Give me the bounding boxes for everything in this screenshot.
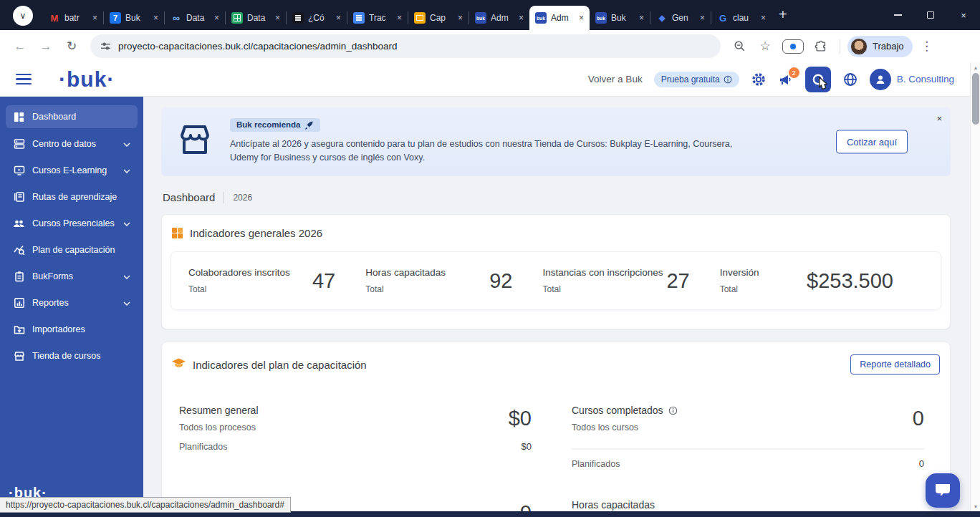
profile-chip[interactable]: Trabajo (847, 36, 913, 57)
trial-badge[interactable]: Prueba gratuita (654, 72, 739, 87)
language-globe-icon[interactable] (842, 72, 858, 87)
media-controls-icon[interactable] (782, 39, 804, 54)
address-bar[interactable]: proyecto-capacitaciones.buk.cl/capacitac… (90, 34, 721, 58)
sidebar-item-label: Tienda de cursos (32, 351, 100, 361)
browser-tab[interactable]: Data× (226, 6, 286, 30)
cursos-completados-value: 0 (913, 407, 924, 430)
dashboard-icon (13, 111, 25, 123)
gemini-icon: ◆ (656, 12, 668, 24)
notification-badge: 2 (789, 67, 799, 78)
sidebar-item-dashboard[interactable]: Dashboard (6, 105, 138, 128)
card-title: Indicadores del plan de capacitación (193, 359, 367, 371)
sidebar-item-label: Cursos Presenciales (32, 218, 115, 228)
tab-close-icon[interactable]: × (336, 13, 341, 23)
new-tab-button[interactable]: + (779, 6, 787, 23)
sidebar-item-bukforms[interactable]: BukForms (6, 266, 138, 287)
tab-close-icon[interactable]: × (700, 13, 705, 23)
browser-tab[interactable]: bukBuk× (590, 6, 650, 30)
chevron-down-icon (123, 165, 130, 175)
window-maximize-button[interactable] (914, 0, 947, 30)
account-menu[interactable]: B. Consulting (870, 69, 954, 90)
bookmark-star-icon[interactable]: ☆ (754, 35, 777, 58)
tab-close-icon[interactable]: × (579, 13, 584, 23)
calendar-7-icon: 7 (110, 12, 121, 24)
tab-search-button[interactable]: ∨ (13, 6, 33, 26)
bar-chart-icon (13, 297, 25, 309)
stat-value: 92 (489, 269, 512, 293)
help-button[interactable] (805, 67, 831, 92)
tab-close-icon[interactable]: × (92, 13, 97, 23)
reporte-detallado-button[interactable]: Reporte detallado (850, 354, 940, 375)
back-icon[interactable]: ← (9, 35, 32, 58)
window-controls: × (881, 0, 980, 30)
sidebar-item-cursos-presenciales[interactable]: Cursos Presenciales (6, 213, 138, 234)
volver-a-buk-link[interactable]: Volver a Buk (588, 74, 643, 84)
sidebar-item-reportes[interactable]: Reportes (6, 292, 138, 314)
sidebar-item-centro-de-datos[interactable]: Centro de datos (6, 133, 138, 155)
browser-tab[interactable]: Cap× (408, 6, 469, 30)
zoom-icon[interactable] (728, 35, 751, 58)
data-center-icon (13, 138, 25, 150)
sidebar-item-rutas-de-aprendizaje[interactable]: Rutas de aprendizaje (6, 186, 138, 208)
browser-tab[interactable]: Gclau× (711, 6, 772, 30)
hamburger-menu-icon[interactable] (16, 74, 32, 85)
tab-close-icon[interactable]: × (214, 13, 219, 23)
banner-close-icon[interactable]: × (936, 113, 942, 124)
scrollbar-thumb[interactable] (972, 73, 979, 125)
browser-tab-active[interactable]: bukAdm× (529, 6, 590, 30)
plan-grid: Resumen general Todos los procesos $0 Pl… (172, 405, 931, 511)
browser-tab[interactable]: Mbatr× (43, 6, 103, 30)
browser-tab[interactable]: ∞Data× (165, 6, 225, 30)
sidebar-item-label: BukForms (32, 271, 73, 281)
tab-close-icon[interactable]: × (519, 13, 524, 23)
tab-close-icon[interactable]: × (153, 13, 158, 23)
stat-inversion: InversiónTotal $253.500 (720, 267, 923, 294)
breadcrumb-divider (224, 192, 224, 203)
stats-strip: Colaboradores inscritosTotal 47 Horas ca… (170, 251, 941, 310)
site-settings-icon[interactable] (100, 41, 111, 52)
notion-icon (292, 12, 304, 24)
browser-tab[interactable]: ¿Có× (287, 6, 347, 30)
tab-close-icon[interactable]: × (275, 13, 280, 23)
sidebar-item-tienda-de-cursos[interactable]: Tienda de cursos (6, 345, 138, 367)
page-scrollbar[interactable]: ▲ ▼ (970, 62, 980, 511)
window-close-button[interactable]: × (947, 0, 980, 30)
tab-close-icon[interactable]: × (761, 13, 766, 23)
settings-gear-icon[interactable] (751, 72, 767, 87)
scroll-up-arrow[interactable]: ▲ (971, 62, 980, 72)
forward-icon[interactable]: → (34, 35, 57, 58)
people-icon (13, 218, 25, 230)
chat-button[interactable] (926, 473, 960, 508)
buk-logo[interactable]: ·buk· (59, 67, 115, 92)
scroll-down-arrow[interactable]: ▼ (971, 501, 980, 511)
browser-tab[interactable]: bukAdm× (469, 6, 529, 30)
google-icon: G (717, 12, 729, 24)
window-minimize-button[interactable] (881, 0, 914, 30)
tab-close-icon[interactable]: × (458, 13, 463, 23)
account-name: B. Consulting (897, 74, 954, 84)
info-icon[interactable] (668, 406, 678, 415)
sidebar-item-label: Dashboard (32, 112, 76, 122)
extensions-icon[interactable] (810, 35, 832, 58)
chevron-down-icon (123, 218, 130, 228)
learning-paths-icon (13, 191, 25, 203)
announcements-icon[interactable]: 2 (778, 72, 794, 87)
cotizar-aqui-button[interactable]: Cotizar aquí (836, 130, 908, 154)
sidebar-item-plan-de-capacitacion[interactable]: Plan de capacitación (6, 239, 138, 261)
tab-close-icon[interactable]: × (639, 13, 644, 23)
browser-tab[interactable]: 7Buk× (104, 6, 164, 30)
url-text: proyecto-capacitaciones.buk.cl/capacitac… (118, 41, 397, 52)
stat-instancias: Instancias con inscripcionesTotal 27 (542, 267, 719, 294)
sidebar-item-importadores[interactable]: Importadores (6, 319, 138, 340)
sidebar-item-cursos-elearning[interactable]: Cursos E-Learning (6, 160, 138, 181)
rocket-icon (304, 120, 314, 130)
sidebar-item-label: Centro de datos (32, 139, 96, 149)
browser-tab[interactable]: Trac× (347, 6, 408, 30)
graduation-cap-icon (172, 358, 186, 372)
breadcrumb-page[interactable]: Dashboard (163, 191, 215, 203)
resumen-total-value: $0 (509, 407, 532, 430)
tab-close-icon[interactable]: × (397, 13, 402, 23)
browser-tab[interactable]: ◆Gen× (650, 6, 711, 30)
browser-menu-icon[interactable]: ⋮ (916, 35, 938, 58)
reload-icon[interactable]: ↻ (60, 35, 83, 58)
